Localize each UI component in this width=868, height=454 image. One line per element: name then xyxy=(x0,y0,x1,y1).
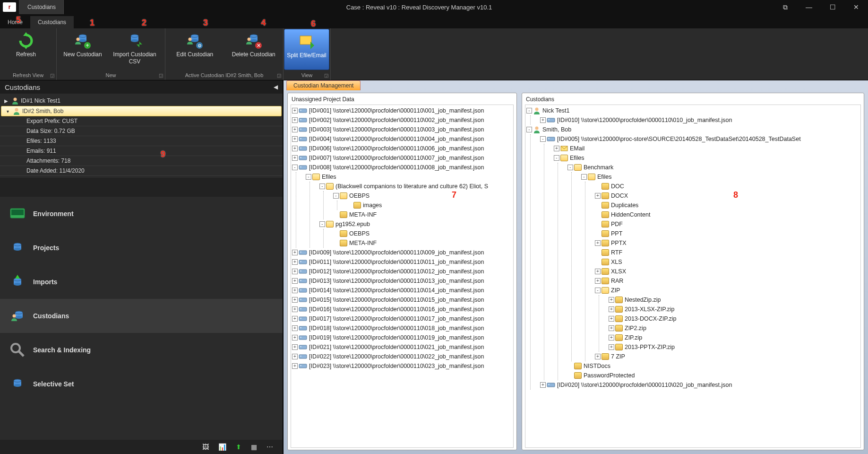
status-upload-icon[interactable]: ⬆ xyxy=(236,443,241,451)
collapse-icon[interactable]: - xyxy=(292,165,298,170)
folder-zip[interactable]: -ZIP xyxy=(595,286,859,295)
expand-icon[interactable]: + xyxy=(292,278,298,284)
collapse-icon[interactable]: - xyxy=(333,193,339,199)
expand-icon[interactable]: + xyxy=(292,325,298,331)
unassigned-item[interactable]: +[ID#017] \\store\120000\procfolder\0000… xyxy=(292,314,512,323)
unassigned-item[interactable]: +[ID#015] \\store\120000\procfolder\0000… xyxy=(292,295,512,305)
expand-icon[interactable]: + xyxy=(292,363,298,369)
tab-custodian-management[interactable]: Custodian Management xyxy=(286,80,361,90)
collapse-icon[interactable]: ▾ xyxy=(4,109,11,114)
expand-icon[interactable]: + xyxy=(595,193,601,199)
unassigned-item[interactable]: +[ID#011] \\store\120000\procfolder\0000… xyxy=(292,257,512,267)
folder-ppt[interactable]: PPT xyxy=(595,229,859,238)
folder-xlsx[interactable]: +XLSX xyxy=(595,267,859,276)
zip-xlsxzip[interactable]: +2013-XLSX-ZIP.zip xyxy=(609,305,859,314)
expand-icon[interactable]: + xyxy=(292,155,298,161)
collapse-icon[interactable]: - xyxy=(306,174,311,180)
status-app-icon[interactable]: ▦ xyxy=(251,443,257,451)
expand-icon[interactable]: + xyxy=(292,354,298,359)
expand-icon[interactable]: + xyxy=(292,146,298,151)
new-custodian-button[interactable]: 1 + New Custodian xyxy=(57,28,109,70)
unassigned-item[interactable]: +[ID#004] \\store\120000\procfolder\0000… xyxy=(292,134,512,144)
expand-icon[interactable]: ▶ xyxy=(3,98,9,104)
custodian-row-2[interactable]: ▾ ID#2 Smith, Bob xyxy=(1,106,282,116)
unassigned-item[interactable]: +[ID#002] \\store\120000\procfolder\0000… xyxy=(292,115,512,125)
expand-icon[interactable]: + xyxy=(609,325,614,331)
collapse-icon[interactable]: - xyxy=(595,288,601,293)
collapse-icon[interactable]: - xyxy=(567,165,573,170)
unassigned-item[interactable]: +[ID#014] \\store\120000\procfolder\0000… xyxy=(292,286,512,295)
expand-icon[interactable]: + xyxy=(292,335,298,340)
expand-icon[interactable]: + xyxy=(609,335,614,340)
custodian-nick-010[interactable]: +[ID#010] \\store\120000\procfolder\0000… xyxy=(540,115,859,125)
collapse-icon[interactable]: - xyxy=(581,174,587,180)
refresh-button[interactable]: Refresh xyxy=(0,28,52,70)
folder-pptx[interactable]: +PPTX xyxy=(595,238,859,248)
oebps-folder[interactable]: OEBPS xyxy=(333,229,512,238)
unassigned-item[interactable]: +[ID#013] \\store\120000\procfolder\0000… xyxy=(292,276,512,286)
expand-icon[interactable]: + xyxy=(292,117,298,123)
folder-duplicates[interactable]: Duplicates xyxy=(595,201,859,210)
unassigned-item[interactable]: +[ID#009] \\store\120000\procfolder\0000… xyxy=(292,248,512,257)
efiles2-folder[interactable]: -Efiles xyxy=(581,172,859,182)
expand-icon[interactable]: + xyxy=(554,146,559,151)
custodian-nick[interactable]: -Nick Test1 xyxy=(526,106,859,115)
unassigned-item[interactable]: +[ID#021] \\store\120000\procfolder\0000… xyxy=(292,342,512,352)
folder-rar[interactable]: +RAR xyxy=(595,276,859,286)
titlebar-tab-custodians[interactable]: Custodians xyxy=(19,0,65,14)
unassigned-item[interactable]: +[ID#019] \\store\120000\procfolder\0000… xyxy=(292,333,512,342)
maximize-button[interactable]: ☐ xyxy=(821,0,844,14)
passwordprotected-folder[interactable]: PasswordProtected xyxy=(567,371,859,380)
expand-icon[interactable]: + xyxy=(292,288,298,293)
expand-icon[interactable]: + xyxy=(609,344,614,350)
zip-pptxzip[interactable]: +2013-PPTX-ZIP.zip xyxy=(609,342,859,352)
ribbon-tab-custodians[interactable]: Custodians xyxy=(30,16,74,28)
nav-environment[interactable]: Environment xyxy=(0,197,283,231)
minimize-button[interactable]: — xyxy=(797,0,821,14)
status-image-icon[interactable]: 🖼 xyxy=(202,443,209,451)
expand-icon[interactable]: + xyxy=(609,297,614,303)
expand-icon[interactable]: + xyxy=(595,269,601,274)
collapse-icon[interactable]: - xyxy=(526,108,532,114)
collapse-icon[interactable]: - xyxy=(554,155,559,161)
expand-icon[interactable]: + xyxy=(292,250,298,255)
expand-icon[interactable]: + xyxy=(595,278,601,284)
nav-selective-set[interactable]: Selective Set xyxy=(0,367,283,401)
benchmark-folder[interactable]: -Benchmark xyxy=(567,163,859,172)
expand-icon[interactable]: + xyxy=(609,306,614,312)
folder-hidden[interactable]: HiddenContent xyxy=(595,210,859,219)
metainf-folder[interactable]: META-INF xyxy=(333,238,512,248)
collapse-icon[interactable]: - xyxy=(319,183,325,189)
nav-search-indexing[interactable]: Search & Indexing xyxy=(0,333,283,367)
expand-icon[interactable]: + xyxy=(540,382,546,388)
unassigned-item[interactable]: +[ID#023] \\store\120000\procfolder\0000… xyxy=(292,361,512,371)
nav-imports[interactable]: Imports xyxy=(0,265,283,299)
nistdocs-folder[interactable]: NISTDocs xyxy=(567,361,859,371)
expand-icon[interactable]: + xyxy=(292,269,298,274)
expand-icon[interactable]: + xyxy=(540,117,546,123)
unassigned-item[interactable]: +[ID#012] \\store\120000\procfolder\0000… xyxy=(292,267,512,276)
collapse-icon[interactable]: - xyxy=(540,136,546,142)
custodian-smith-020[interactable]: +[ID#020] \\store\120000\procfolder\0000… xyxy=(540,380,859,390)
expand-icon[interactable]: + xyxy=(292,306,298,312)
expand-icon[interactable]: + xyxy=(292,136,298,142)
collapse-icon[interactable]: - xyxy=(526,127,532,132)
expand-icon[interactable]: + xyxy=(292,316,298,322)
expand-icon[interactable]: + xyxy=(292,127,298,132)
zip-zip2[interactable]: +ZIP2.zip xyxy=(609,323,859,333)
unassigned-tree[interactable]: 7 +[ID#001] \\store\120000\procfolder\00… xyxy=(291,105,514,448)
expand-icon[interactable]: + xyxy=(609,316,614,322)
launcher-icon[interactable]: ◲ xyxy=(50,73,54,78)
images-folder[interactable]: images xyxy=(347,201,512,210)
oebps-folder[interactable]: -OEBPS xyxy=(333,191,512,201)
folder-doc[interactable]: DOC xyxy=(595,182,859,191)
custodian-row-1[interactable]: ▶ ID#1 Nick Test1 xyxy=(0,96,283,106)
expand-icon[interactable]: + xyxy=(292,344,298,350)
unassigned-item[interactable]: +[ID#003] \\store\120000\procfolder\0000… xyxy=(292,125,512,134)
nav-custodians[interactable]: Custodians xyxy=(0,299,283,333)
custodians-tree[interactable]: 8 -Nick Test1+[ID#010] \\store\120000\pr… xyxy=(525,105,861,448)
metainf-folder[interactable]: META-INF xyxy=(333,210,512,219)
epub-folder[interactable]: -pg1952.epub xyxy=(319,219,512,229)
expand-icon[interactable]: + xyxy=(292,259,298,265)
expand-icon[interactable]: + xyxy=(595,240,601,246)
